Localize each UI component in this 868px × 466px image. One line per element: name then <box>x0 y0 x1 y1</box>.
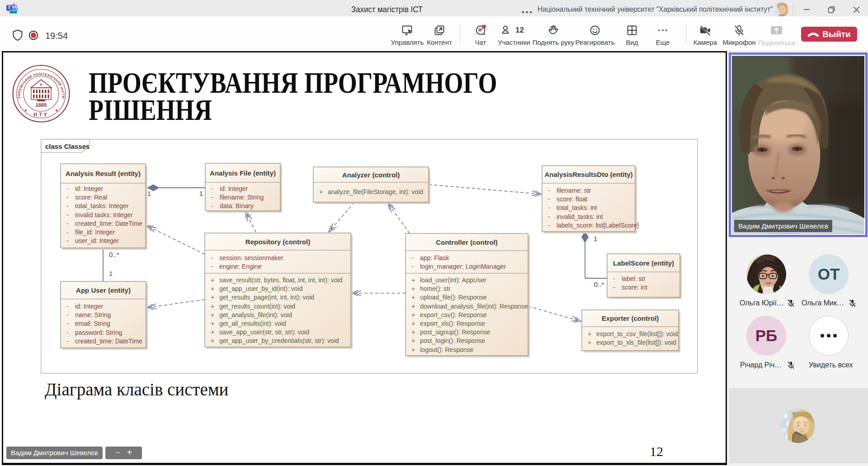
svg-text:+: + <box>411 320 415 327</box>
svg-text:0..*: 0..* <box>594 281 604 288</box>
svg-text:created_time: DateTime: created_time: DateTime <box>75 220 142 227</box>
svg-text:file_id: Integer: file_id: Integer <box>75 228 115 236</box>
svg-text:-: - <box>548 213 550 220</box>
svg-text:-: - <box>411 263 414 270</box>
svg-text:-: - <box>66 228 69 236</box>
svg-text:app: Flask: app: Flask <box>420 254 450 262</box>
svg-text:invalid_tasks: int: invalid_tasks: int <box>557 213 603 220</box>
svg-text:-: - <box>66 194 69 201</box>
svg-text:-: - <box>66 320 69 327</box>
svg-text:+: + <box>211 285 214 292</box>
svg-text:+: + <box>211 328 214 336</box>
svg-text:password: String: password: String <box>75 329 122 336</box>
svg-text:export_csv(): Response: export_csv(): Response <box>420 311 487 319</box>
svg-text:logout(): Response: logout(): Response <box>420 346 474 353</box>
svg-text:+: + <box>211 276 214 284</box>
svg-text:-: - <box>211 185 213 192</box>
svg-text:0..*: 0..* <box>109 251 119 258</box>
svg-text:get_all_results(int): void: get_all_results(int): void <box>219 320 286 327</box>
svg-text:+: + <box>319 188 323 195</box>
svg-text:+: + <box>211 337 214 344</box>
svg-text:-: - <box>66 202 69 209</box>
svg-text:-: - <box>66 311 69 319</box>
svg-text:+: + <box>411 294 415 301</box>
svg-text:filename: str: filename: str <box>557 187 591 194</box>
svg-text:data: Binary: data: Binary <box>220 202 254 209</box>
svg-text:get_app_user_by_id(int): void: get_app_user_by_id(int): void <box>219 285 302 292</box>
svg-text:App User (entity): App User (entity) <box>76 286 131 294</box>
svg-text:+: + <box>588 339 591 346</box>
svg-text:post_login(): Response: post_login(): Response <box>420 337 485 344</box>
svg-text:id: Integer: id: Integer <box>75 185 104 192</box>
svg-text:+: + <box>411 285 415 292</box>
svg-text:-: - <box>411 254 414 262</box>
svg-text:-: - <box>66 329 69 336</box>
svg-text:total_tasks: int: total_tasks: int <box>557 204 597 211</box>
svg-text:+: + <box>411 328 415 336</box>
svg-text:+: + <box>411 311 415 319</box>
svg-text:1: 1 <box>147 190 151 197</box>
svg-text:-: - <box>211 254 213 262</box>
svg-text:export_to_csv_file(list[]): vo: export_to_csv_file(list[]): void <box>596 330 678 338</box>
svg-text:Exporter (control): Exporter (control) <box>602 314 659 322</box>
svg-text:export_to_xls_file(list[]): vo: export_to_xls_file(list[]): void <box>596 339 676 346</box>
svg-text:upload_file(): Response: upload_file(): Response <box>420 294 487 301</box>
svg-text:-: - <box>211 194 213 201</box>
svg-text:+: + <box>411 337 415 344</box>
svg-text:Analysis File (entity): Analysis File (entity) <box>210 169 276 177</box>
svg-text:-: - <box>66 303 69 310</box>
svg-text:analyze_file(FileStorage, int): analyze_file(FileStorage, int): void <box>328 188 423 195</box>
svg-text:1: 1 <box>199 190 203 197</box>
svg-text:LabelScore (entity): LabelScore (entity) <box>613 259 674 267</box>
svg-text:+: + <box>211 303 214 310</box>
svg-text:id: Integer: id: Integer <box>75 303 104 310</box>
svg-text:user_id: Integer: user_id: Integer <box>75 237 119 244</box>
svg-text:email: String: email: String <box>75 320 110 327</box>
svg-text:-: - <box>548 222 550 229</box>
svg-text:invalid tasks: Integer: invalid tasks: Integer <box>75 211 133 219</box>
svg-text:+: + <box>211 320 214 327</box>
svg-text:load_user(int): AppUser: load_user(int): AppUser <box>420 276 486 284</box>
svg-text:-: - <box>66 211 69 219</box>
svg-text:score: Real: score: Real <box>75 194 107 201</box>
svg-text:-: - <box>66 237 69 244</box>
svg-text:total_tasks: Integer: total_tasks: Integer <box>75 202 129 209</box>
svg-text:AnalysisResultsDto (entity): AnalysisResultsDto (entity) <box>544 171 632 178</box>
svg-text:created_time: DateTime: created_time: DateTime <box>75 338 142 345</box>
svg-text:+: + <box>411 346 415 353</box>
svg-text:score: int: score: int <box>622 284 647 291</box>
svg-text:labels_score: list[LabelScore]: labels_score: list[LabelScore] <box>557 222 639 229</box>
svg-text:name: String: name: String <box>75 311 111 319</box>
svg-text:Repository (control): Repository (control) <box>245 238 310 246</box>
svg-text:-: - <box>211 263 213 270</box>
svg-text:+: + <box>211 311 214 319</box>
svg-text:1: 1 <box>594 235 597 243</box>
svg-text:Controller (control): Controller (control) <box>436 238 498 246</box>
svg-text:Analysis Result (entity): Analysis Result (entity) <box>66 170 141 177</box>
svg-text:home(): str: home(): str <box>420 285 451 292</box>
svg-text:engine: Engine: engine: Engine <box>219 263 262 270</box>
svg-text:-: - <box>613 275 615 282</box>
svg-text:save_app_user(str, str, str):: save_app_user(str, str, str): void <box>219 328 309 336</box>
svg-text:-: - <box>66 220 69 227</box>
svg-text:1: 1 <box>109 270 113 277</box>
svg-text:get_app_user_by_credentials(st: get_app_user_by_credentials(str, str): v… <box>219 337 339 344</box>
svg-text:+: + <box>588 330 591 338</box>
svg-text:session: sessionmaker: session: sessionmaker <box>219 254 283 262</box>
svg-text:-: - <box>66 338 69 345</box>
svg-text:-: - <box>211 202 213 209</box>
svg-text:score: float: score: float <box>557 195 588 203</box>
svg-text:-: - <box>548 204 550 211</box>
svg-text:+: + <box>211 294 214 301</box>
svg-text:export_xls(): Response: export_xls(): Response <box>420 320 485 327</box>
svg-text:Analyzer (control): Analyzer (control) <box>342 171 400 179</box>
svg-text:post_signup(): Response: post_signup(): Response <box>420 328 491 336</box>
svg-text:get_analysis_file(int): void: get_analysis_file(int): void <box>219 311 292 319</box>
svg-text:get_results_page(int, int, int: get_results_page(int, int, int): void <box>219 294 314 301</box>
svg-text:class Classes: class Classes <box>45 143 90 150</box>
svg-text:id: Integer: id: Integer <box>220 185 248 192</box>
svg-text:filename: String: filename: String <box>220 194 264 201</box>
svg-text:login_manager: LoginManager: login_manager: LoginManager <box>420 263 506 270</box>
svg-text:download_analysis_file(int): R: download_analysis_file(int): Response <box>420 303 528 310</box>
svg-text:-: - <box>548 187 550 194</box>
